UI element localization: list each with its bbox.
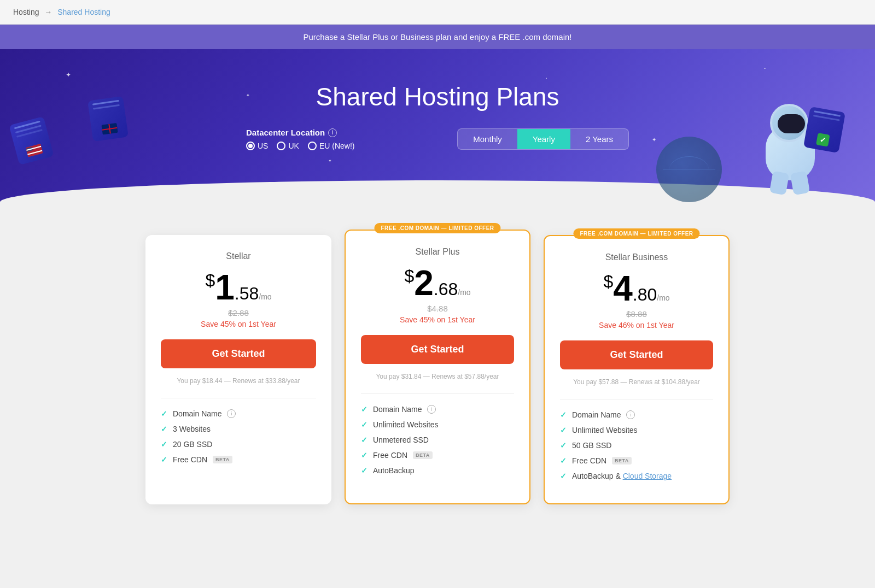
feature-unlimited-websites: ✓ Unlimited Websites: [361, 420, 514, 429]
period-yearly-btn[interactable]: Yearly: [517, 129, 570, 149]
plan-stellar-save-text: Save 45% on 1st Year: [161, 320, 316, 328]
price-period: /mo: [657, 293, 669, 302]
period-monthly-btn[interactable]: Monthly: [458, 129, 517, 149]
radio-uk[interactable]: UK: [277, 142, 299, 150]
radio-circle-us: [246, 142, 255, 150]
plan-stellar-name: Stellar: [161, 251, 316, 261]
breadcrumb-hosting: Hosting: [13, 8, 39, 16]
server-eu-icon: ✓: [803, 107, 845, 153]
feature-domain-name: ✓ Domain Name i: [560, 410, 713, 419]
datacenter-info-icon[interactable]: i: [328, 128, 337, 137]
price-decimal: .58: [235, 284, 259, 303]
hero-controls: Datacenter Location i US UK EU (New!): [246, 128, 629, 150]
check-icon: ✓: [161, 455, 167, 464]
check-icon: ✓: [560, 456, 567, 465]
price-period: /mo: [458, 288, 470, 297]
datacenter-section: Datacenter Location i US UK EU (New!): [246, 128, 354, 150]
check-icon: ✓: [361, 420, 368, 429]
plan-stellar-business-cta-button[interactable]: Get Started: [560, 340, 713, 369]
check-icon: ✓: [361, 405, 368, 414]
globe-decoration: [656, 137, 722, 202]
promo-banner-text: Purchase a Stellar Plus or Business plan…: [303, 32, 571, 42]
pricing-section: Stellar $1.58/mo $2.88 Save 45% on 1st Y…: [0, 224, 875, 537]
plan-stellar-plus-payment-note: You pay $31.84 — Renews at $57.88/year: [361, 373, 514, 380]
plan-stellar-plus-features: ✓ Domain Name i ✓ Unlimited Websites ✓ U…: [361, 405, 514, 475]
plan-stellar-card: Stellar $1.58/mo $2.88 Save 45% on 1st Y…: [145, 235, 331, 504]
feature-free-cdn: ✓ Free CDN BETA: [361, 451, 514, 460]
plan-stellar-plus-divider: [361, 393, 514, 394]
datacenter-radio-group: US UK EU (New!): [246, 142, 354, 150]
price-currency: $: [404, 266, 414, 286]
plan-stellar-divider: [161, 398, 316, 398]
plan-stellar-original-price: $2.88: [161, 308, 316, 317]
feature-info-icon[interactable]: i: [227, 409, 236, 418]
feature-unmetered-ssd: ✓ Unmetered SSD: [361, 436, 514, 444]
hero-section: ✦ ✦ ✦ • ✦ •: [0, 49, 875, 224]
beta-badge: BETA: [413, 451, 433, 459]
feature-domain-name: ✓ Domain Name i: [361, 405, 514, 414]
feature-domain-name: ✓ Domain Name i: [161, 409, 316, 418]
plan-stellar-business-features: ✓ Domain Name i ✓ Unlimited Websites ✓ 5…: [560, 410, 713, 480]
star-decoration: •: [764, 66, 766, 70]
plan-stellar-features: ✓ Domain Name i ✓ 3 Websites ✓ 20 GB SSD…: [161, 409, 316, 464]
check-icon: ✓: [560, 426, 567, 434]
check-icon: ✓: [361, 436, 368, 444]
feature-free-cdn: ✓ Free CDN BETA: [161, 455, 316, 464]
beta-badge: BETA: [213, 456, 232, 463]
plan-stellar-business-payment-note: You pay $57.88 — Renews at $104.88/year: [560, 378, 713, 386]
feature-autobackup-cloud: ✓ AutoBackup & Cloud Storage: [560, 472, 713, 480]
feature-autobackup: ✓ AutoBackup: [361, 466, 514, 475]
server-us-icon: [9, 116, 54, 165]
plan-stellar-plus-badge: FREE .COM DOMAIN — LIMITED OFFER: [374, 223, 500, 233]
period-2years-btn[interactable]: 2 Years: [570, 129, 628, 149]
price-decimal: .68: [434, 279, 458, 299]
plan-stellar-plus-card: FREE .COM DOMAIN — LIMITED OFFER Stellar…: [345, 230, 530, 504]
plan-stellar-business-badge: FREE .COM DOMAIN — LIMITED OFFER: [573, 228, 699, 239]
price-main: 2: [414, 263, 434, 303]
check-icon: ✓: [361, 466, 368, 475]
feature-unlimited-websites: ✓ Unlimited Websites: [560, 426, 713, 434]
period-toggle: Monthly Yearly 2 Years: [457, 128, 629, 150]
star-decoration: ✦: [652, 137, 656, 143]
feature-free-cdn: ✓ Free CDN BETA: [560, 456, 713, 465]
hero-title: Shared Hosting Plans: [33, 71, 842, 111]
plan-stellar-business-original-price: $8.88: [560, 309, 713, 319]
breadcrumb: Hosting → Shared Hosting: [0, 0, 875, 25]
plan-stellar-business-save-text: Save 46% on 1st Year: [560, 321, 713, 330]
plan-stellar-business-divider: [560, 399, 713, 399]
plan-stellar-plus-price: $2.68/mo: [361, 266, 514, 301]
breadcrumb-arrow: →: [44, 8, 52, 16]
check-icon: ✓: [560, 472, 567, 480]
radio-circle-eu: [308, 142, 317, 150]
plan-stellar-cta-button[interactable]: Get Started: [161, 339, 316, 368]
plan-stellar-plus-cta-button[interactable]: Get Started: [361, 335, 514, 364]
check-icon: ✓: [161, 425, 167, 433]
plan-stellar-plus-name: Stellar Plus: [361, 247, 514, 257]
plan-stellar-plus-save-text: Save 45% on 1st Year: [361, 315, 514, 324]
feature-info-icon[interactable]: i: [626, 410, 635, 419]
price-currency: $: [205, 271, 215, 290]
star-decoration: ✦: [328, 158, 332, 163]
feature-info-icon[interactable]: i: [427, 405, 436, 414]
price-decimal: .80: [633, 285, 657, 304]
radio-eu[interactable]: EU (New!): [308, 142, 355, 150]
plan-stellar-business-name: Stellar Business: [560, 252, 713, 262]
plan-stellar-price: $1.58/mo: [161, 270, 316, 305]
price-currency: $: [603, 272, 613, 291]
plan-stellar-plus-original-price: $4.88: [361, 304, 514, 313]
promo-banner: Purchase a Stellar Plus or Business plan…: [0, 25, 875, 49]
check-icon: ✓: [161, 440, 167, 449]
plan-stellar-business-card: FREE .COM DOMAIN — LIMITED OFFER Stellar…: [544, 235, 730, 504]
feature-3-websites: ✓ 3 Websites: [161, 425, 316, 433]
feature-50gb-ssd: ✓ 50 GB SSD: [560, 441, 713, 450]
radio-us[interactable]: US: [246, 142, 268, 150]
price-main: 1: [215, 268, 235, 307]
datacenter-label: Datacenter Location i: [246, 128, 354, 137]
breadcrumb-shared-hosting[interactable]: Shared Hosting: [57, 8, 110, 16]
check-icon: ✓: [560, 441, 567, 450]
price-main: 4: [613, 269, 633, 308]
cloud-storage-link[interactable]: Cloud Storage: [623, 472, 672, 480]
check-icon: ✓: [161, 409, 167, 418]
beta-badge: BETA: [612, 457, 632, 464]
price-period: /mo: [259, 292, 271, 301]
